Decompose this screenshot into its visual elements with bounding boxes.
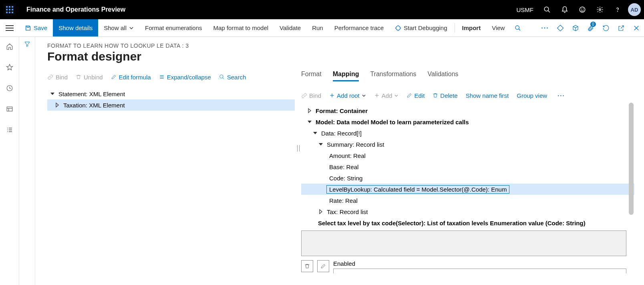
svg-point-11: [396, 26, 400, 30]
formula-display: [301, 230, 626, 256]
attachment-badge: 0: [590, 22, 596, 27]
edit-button[interactable]: Edit: [407, 92, 425, 99]
mapping-node-rate[interactable]: Rate: Real: [301, 195, 634, 206]
svg-point-7: [617, 11, 618, 12]
show-details-button[interactable]: Show details: [53, 19, 98, 36]
svg-point-5: [599, 9, 601, 11]
nav-modules-icon[interactable]: [0, 123, 19, 136]
enabled-input[interactable]: [333, 269, 626, 273]
show-all-button[interactable]: Show all: [98, 19, 139, 36]
page-title: Format designer: [47, 50, 634, 63]
tab-mapping[interactable]: Mapping: [333, 71, 359, 81]
edit-formula-button[interactable]: Edit formula: [111, 74, 151, 81]
avatar[interactable]: AD: [628, 3, 641, 16]
expand-collapse-button[interactable]: Expand/collapse: [159, 74, 211, 81]
gear-icon[interactable]: [591, 0, 609, 19]
cmd-search-icon[interactable]: [510, 19, 525, 36]
nav-favorite-icon[interactable]: [0, 61, 19, 74]
mapping-node-model[interactable]: Model: Data model Model to learn paramet…: [301, 116, 634, 127]
mapping-node-summary[interactable]: Summary: Record list: [301, 139, 634, 150]
map-format-button[interactable]: Map format to model: [208, 19, 274, 36]
splitter-handle[interactable]: [297, 145, 300, 152]
svg-point-4: [583, 9, 584, 10]
tab-format[interactable]: Format: [301, 71, 322, 80]
hamburger-icon[interactable]: [0, 19, 19, 36]
more-icon[interactable]: ···: [537, 19, 553, 36]
help-icon[interactable]: [609, 0, 626, 19]
svg-line-13: [519, 29, 520, 30]
svg-point-2: [580, 7, 585, 12]
refresh-icon[interactable]: [598, 19, 614, 36]
collapse-icon[interactable]: [312, 130, 318, 136]
app-launcher[interactable]: [0, 0, 19, 19]
svg-point-3: [581, 9, 582, 10]
edit-formula-small-button[interactable]: [317, 260, 329, 272]
tab-transformations[interactable]: Transformations: [370, 71, 416, 80]
collapse-icon[interactable]: [307, 119, 312, 125]
add-button[interactable]: Add: [374, 92, 399, 99]
tree-search-button[interactable]: Search: [219, 74, 246, 81]
attachment-icon[interactable]: 0: [583, 19, 598, 36]
mapping-node-format[interactable]: Format: Container: [301, 105, 634, 116]
format-enumerations-button[interactable]: Format enumerations: [139, 19, 208, 36]
show-name-first-button[interactable]: Show name first: [466, 92, 509, 99]
validate-button[interactable]: Validate: [274, 19, 306, 36]
run-button[interactable]: Run: [306, 19, 329, 36]
svg-point-12: [515, 26, 519, 29]
format-tree-node-statement[interactable]: Statement: XML Element: [47, 88, 295, 99]
delete-button[interactable]: Delete: [433, 92, 457, 99]
popout-icon[interactable]: [614, 19, 629, 36]
mapping-node-code[interactable]: Code: String: [301, 172, 634, 184]
view-button[interactable]: View: [486, 19, 510, 36]
diamond-icon[interactable]: [553, 19, 568, 36]
svg-line-1: [548, 10, 550, 12]
app-title: Finance and Operations Preview: [26, 6, 125, 13]
mapping-description: Select tax level by tax code(Selector): …: [301, 220, 634, 226]
mapping-more-icon[interactable]: ···: [555, 92, 568, 99]
filter-icon[interactable]: [24, 41, 30, 285]
mapping-node-levelbylookup[interactable]: LevelByLookup: Calculated field = Model.…: [301, 184, 634, 195]
enabled-label: Enabled: [333, 260, 634, 267]
format-tree-node-taxation[interactable]: Taxation: XML Element: [47, 99, 295, 111]
import-button[interactable]: Import: [457, 19, 487, 36]
mapping-node-tax[interactable]: Tax: Record list: [301, 206, 634, 217]
nav-workspace-icon[interactable]: [0, 103, 19, 115]
mapping-node-amount[interactable]: Amount: Real: [301, 150, 634, 161]
collapse-icon[interactable]: [318, 141, 324, 147]
expand-icon[interactable]: [54, 102, 60, 108]
performance-trace-button[interactable]: Performance trace: [329, 19, 389, 36]
add-root-button[interactable]: Add root: [329, 92, 366, 99]
delete-formula-button[interactable]: [301, 260, 313, 272]
svg-point-0: [544, 7, 549, 11]
save-label: Save: [34, 24, 47, 31]
nav-recent-icon[interactable]: [0, 82, 19, 95]
box-icon[interactable]: [568, 19, 583, 36]
mapping-node-data[interactable]: Data: Record[!]: [301, 127, 634, 139]
close-icon[interactable]: [629, 19, 644, 36]
mapping-bind-button[interactable]: Bind: [301, 92, 321, 99]
breadcrumb: FORMAT TO LEARN HOW TO LOOKUP LE DATA : …: [47, 42, 634, 49]
scrollbar[interactable]: [629, 103, 634, 215]
nav-home-icon[interactable]: [0, 40, 19, 53]
svg-point-29: [219, 75, 223, 78]
bind-button[interactable]: Bind: [47, 74, 68, 81]
company-code[interactable]: USMF: [512, 6, 539, 13]
start-debugging-button[interactable]: Start Debugging: [389, 19, 453, 36]
expand-icon[interactable]: [307, 108, 312, 113]
expand-icon[interactable]: [318, 209, 324, 214]
save-button[interactable]: Save: [19, 19, 53, 36]
smiley-icon[interactable]: [574, 0, 591, 19]
search-icon[interactable]: [538, 0, 556, 19]
tab-validations[interactable]: Validations: [427, 71, 458, 80]
mapping-node-base[interactable]: Base: Real: [301, 161, 634, 172]
collapse-icon[interactable]: [50, 91, 55, 97]
svg-rect-17: [7, 107, 12, 111]
svg-line-30: [222, 78, 224, 79]
group-view-button[interactable]: Group view: [517, 92, 547, 99]
bell-icon[interactable]: [556, 0, 574, 19]
unbind-button[interactable]: Unbind: [76, 74, 103, 81]
